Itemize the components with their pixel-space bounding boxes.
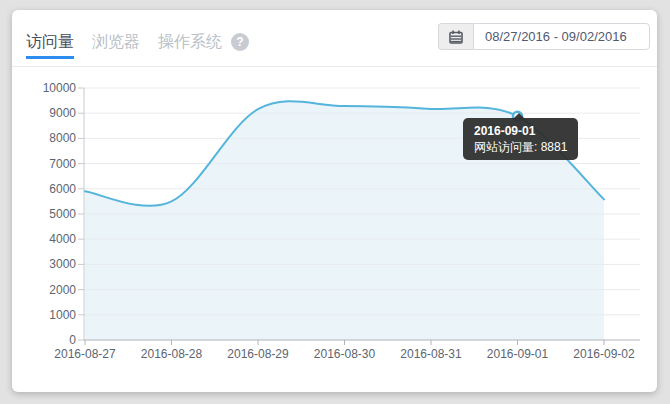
date-range-input[interactable] <box>473 23 650 50</box>
y-axis-label: 5000 <box>49 207 76 221</box>
y-axis-label: 0 <box>69 333 76 347</box>
x-axis-label: 2016-08-27 <box>54 347 116 361</box>
card-header: 访问量 浏览器 操作系统 ? <box>12 10 657 67</box>
analytics-card: 访问量 浏览器 操作系统 ? 0100020003000400050006000… <box>12 10 657 392</box>
series-area <box>85 101 604 340</box>
x-axis-label: 2016-08-31 <box>400 347 462 361</box>
visits-chart[interactable]: 0100020003000400050006000700080009000100… <box>12 66 657 392</box>
y-axis-label: 1000 <box>49 308 76 322</box>
y-axis-label: 10000 <box>43 81 77 95</box>
tab-browser[interactable]: 浏览器 <box>92 33 140 51</box>
y-axis-label: 2000 <box>49 283 76 297</box>
y-axis-label: 4000 <box>49 232 76 246</box>
y-axis-label: 7000 <box>49 157 76 171</box>
x-axis-label: 2016-09-01 <box>487 347 549 361</box>
y-axis-label: 3000 <box>49 257 76 271</box>
tab-os[interactable]: 操作系统 <box>158 33 222 51</box>
help-icon[interactable]: ? <box>231 33 249 51</box>
date-range-picker <box>438 23 650 50</box>
y-axis-label: 9000 <box>49 106 76 120</box>
tab-visits[interactable]: 访问量 <box>26 33 74 51</box>
y-axis-label: 6000 <box>49 182 76 196</box>
x-axis-label: 2016-08-30 <box>314 347 376 361</box>
x-axis-label: 2016-08-28 <box>141 347 203 361</box>
calendar-icon <box>449 30 463 44</box>
y-axis-label: 8000 <box>49 131 76 145</box>
tab-bar: 访问量 浏览器 操作系统 ? <box>26 33 249 51</box>
calendar-button[interactable] <box>438 23 473 50</box>
x-axis-label: 2016-08-29 <box>227 347 289 361</box>
x-axis-label: 2016-09-02 <box>573 347 635 361</box>
chart-canvas[interactable]: 0100020003000400050006000700080009000100… <box>12 66 657 392</box>
highlighted-point <box>513 112 522 121</box>
